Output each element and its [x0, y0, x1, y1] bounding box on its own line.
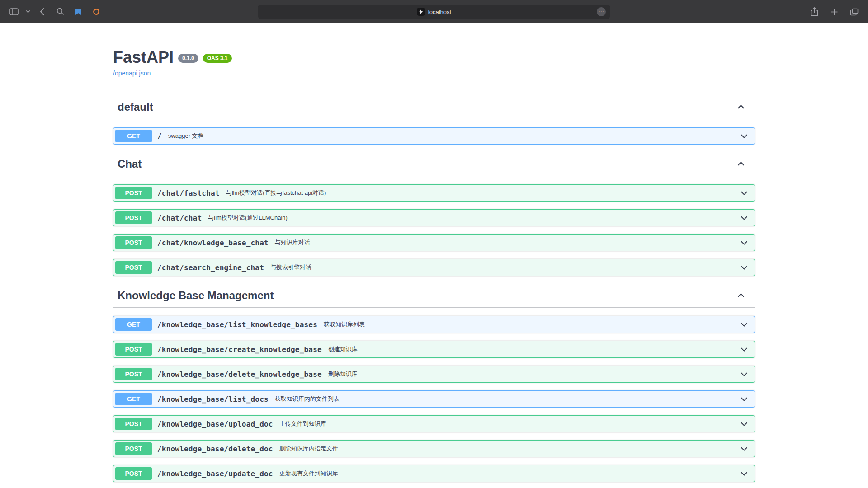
operation-path: /chat/knowledge_base_chat: [157, 239, 269, 247]
method-badge: POST: [115, 467, 152, 480]
operation-row[interactable]: POST /knowledge_base/update_doc 更新现有文件到知…: [113, 465, 755, 482]
extension-icon-blue[interactable]: [71, 5, 86, 19]
operation-path: /chat/fastchat: [157, 189, 220, 197]
new-tab-icon[interactable]: [826, 5, 842, 19]
api-info: FastAPI 0.1.0 OAS 3.1 /openapi.json: [113, 48, 755, 77]
api-sections: default GET / swagger 文档 Chat: [113, 95, 755, 488]
back-button-icon[interactable]: [34, 5, 50, 19]
section-operations: GET /knowledge_base/list_knowledge_bases…: [113, 316, 755, 488]
section-header[interactable]: Chat: [113, 152, 755, 176]
operation-row[interactable]: POST /knowledge_base/upload_doc 上传文件到知识库: [113, 415, 755, 432]
operation-row[interactable]: POST /knowledge_base/delete_knowledge_ba…: [113, 366, 755, 383]
operation-description: 获取知识库内的文件列表: [275, 395, 340, 403]
operation-row[interactable]: POST /knowledge_base/delete_doc 删除知识库内指定…: [113, 440, 755, 457]
operation-row[interactable]: POST /chat/chat 与llm模型对话(通过LLMChain): [113, 209, 755, 226]
chevron-down-icon[interactable]: [739, 344, 749, 354]
method-badge: POST: [115, 442, 152, 455]
chevron-down-icon[interactable]: [739, 131, 749, 141]
operation-path: /knowledge_base/list_knowledge_bases: [157, 320, 317, 329]
address-bar[interactable]: localhost ⋯: [258, 5, 610, 19]
tab-overview-icon[interactable]: [846, 5, 862, 19]
operation-row[interactable]: POST /chat/search_engine_chat 与搜索引擎对话: [113, 259, 755, 276]
operation-row[interactable]: POST /knowledge_base/create_knowledge_ba…: [113, 341, 755, 358]
operation-description: 上传文件到知识库: [279, 420, 326, 428]
method-badge: POST: [115, 261, 152, 274]
method-badge: GET: [115, 393, 152, 405]
section-operations: POST /chat/fastchat 与llm模型对话(直接与fastchat…: [113, 184, 755, 276]
operation-description: 与llm模型对话(直接与fastchat api对话): [226, 189, 326, 197]
api-section: default GET / swagger 文档: [113, 95, 755, 145]
section-title: default: [118, 101, 153, 113]
sidebar-toggle-icon[interactable]: [6, 5, 22, 19]
chevron-down-icon[interactable]: [739, 263, 749, 272]
method-badge: POST: [115, 211, 152, 224]
search-icon[interactable]: [52, 5, 68, 19]
method-badge: POST: [115, 343, 152, 356]
operation-path: /knowledge_base/create_knowledge_base: [157, 345, 322, 354]
chevron-down-icon[interactable]: [739, 469, 749, 479]
url-text: localhost: [428, 9, 451, 15]
browser-toolbar: localhost ⋯: [0, 0, 868, 23]
operation-path: /knowledge_base/upload_doc: [157, 420, 273, 428]
site-favicon: [417, 8, 425, 16]
version-badge: 0.1.0: [178, 54, 198, 63]
chevron-down-icon[interactable]: [739, 369, 749, 379]
operation-description: 与搜索引擎对话: [270, 263, 311, 272]
chevron-down-icon[interactable]: [739, 394, 749, 404]
method-badge: GET: [115, 130, 152, 142]
chevron-down-icon[interactable]: [739, 419, 749, 429]
share-icon[interactable]: [807, 5, 822, 19]
operation-path: /knowledge_base/delete_doc: [157, 445, 273, 453]
api-section: Knowledge Base Management GET /knowledge…: [113, 284, 755, 488]
section-title: Chat: [118, 158, 142, 170]
extension-icon-orange[interactable]: [89, 5, 104, 19]
operation-description: 删除知识库内指定文件: [279, 445, 338, 453]
operation-description: 获取知识库列表: [324, 320, 365, 328]
method-badge: POST: [115, 236, 152, 249]
operation-description: 更新现有文件到知识库: [279, 469, 338, 478]
method-badge: GET: [115, 318, 152, 331]
section-operations: GET / swagger 文档: [113, 127, 755, 145]
operation-description: 删除知识库: [328, 370, 358, 378]
operation-row[interactable]: POST /chat/knowledge_base_chat 与知识库对话: [113, 234, 755, 251]
chevron-down-icon[interactable]: [739, 188, 749, 198]
operation-row[interactable]: GET /knowledge_base/list_docs 获取知识库内的文件列…: [113, 390, 755, 408]
chevron-up-icon[interactable]: [736, 102, 746, 112]
oas-badge: OAS 3.1: [203, 54, 232, 63]
operation-row[interactable]: POST /chat/fastchat 与llm模型对话(直接与fastchat…: [113, 184, 755, 202]
method-badge: POST: [115, 187, 152, 199]
operation-path: /knowledge_base/delete_knowledge_base: [157, 370, 322, 379]
operation-path: /: [157, 132, 162, 141]
chevron-up-icon[interactable]: [736, 159, 746, 169]
operation-description: 与知识库对话: [275, 239, 310, 247]
method-badge: POST: [115, 368, 152, 380]
sidebar-chevron-icon[interactable]: [24, 5, 32, 19]
chevron-down-icon[interactable]: [739, 319, 749, 329]
operation-path: /knowledge_base/update_doc: [157, 469, 273, 478]
operation-path: /chat/chat: [157, 214, 202, 222]
page-title: FastAPI: [113, 48, 174, 67]
section-title: Knowledge Base Management: [118, 289, 274, 302]
operation-description: 与llm模型对话(通过LLMChain): [208, 214, 288, 222]
chevron-down-icon[interactable]: [739, 213, 749, 223]
chevron-down-icon[interactable]: [739, 444, 749, 454]
section-header[interactable]: Knowledge Base Management: [113, 284, 755, 308]
method-badge: POST: [115, 418, 152, 430]
operation-row[interactable]: GET / swagger 文档: [113, 127, 755, 145]
section-header[interactable]: default: [113, 95, 755, 119]
openapi-spec-link[interactable]: /openapi.json: [113, 70, 151, 77]
chevron-up-icon[interactable]: [736, 291, 746, 300]
page-content: FastAPI 0.1.0 OAS 3.1 /openapi.json defa…: [0, 23, 868, 488]
operation-path: /chat/search_engine_chat: [157, 263, 264, 272]
operation-description: 创建知识库: [328, 345, 358, 353]
operation-description: swagger 文档: [168, 132, 204, 140]
operation-row[interactable]: GET /knowledge_base/list_knowledge_bases…: [113, 316, 755, 333]
extensions-menu-icon[interactable]: ⋯: [597, 7, 606, 16]
chevron-down-icon[interactable]: [739, 238, 749, 248]
api-section: Chat POST /chat/fastchat 与llm模型对话(直接与fas…: [113, 152, 755, 276]
operation-path: /knowledge_base/list_docs: [157, 395, 269, 404]
